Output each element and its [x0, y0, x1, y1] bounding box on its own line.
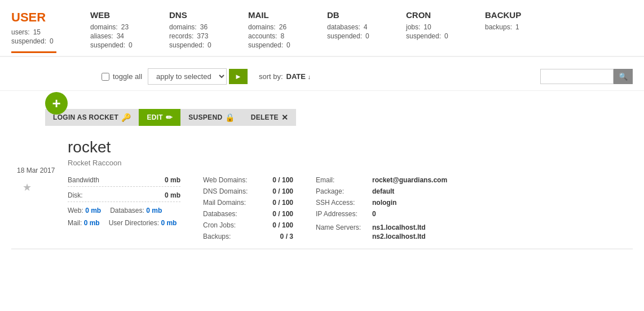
user-detail: rocket Rocket Raccoon Bandwidth 0 mb Dis… — [62, 138, 633, 240]
db-section: DB databases:4 suspended:0 — [327, 10, 383, 41]
apply-select-wrapper: apply to selected suspend unsuspend dele… — [148, 68, 248, 85]
user-date: 18 Mar 2017 — [17, 167, 55, 174]
mail-title: MAIL — [248, 10, 305, 20]
login-label: LOGIN AS ROCKET — [53, 113, 118, 121]
backup-section: BACKUP backups:1 — [485, 10, 541, 32]
users-stat: users: 15 — [11, 28, 68, 36]
users-suspended-stat: suspended: 0 — [11, 37, 68, 45]
pencil-icon: ✏ — [166, 113, 173, 122]
ns1-value: ns1.localhost.ltd — [372, 224, 426, 231]
user-section-title: USER — [11, 10, 68, 25]
table-row: 18 Mar 2017 ★ rocket Rocket Raccoon Band… — [11, 130, 633, 249]
bottom-divider — [11, 249, 633, 249]
dns-title: DNS — [169, 10, 226, 20]
disk-value: 0 mb — [165, 191, 180, 199]
web-title: WEB — [90, 10, 147, 20]
action-bar: LOGIN AS ROCKET 🔑 EDIT ✏ SUSPEND 🔒 DELET… — [45, 109, 633, 126]
user-underline — [11, 51, 56, 53]
backups-label: Backups: — [203, 233, 231, 240]
edit-button[interactable]: EDIT ✏ — [139, 109, 180, 126]
mail-value[interactable]: 0 mb — [84, 219, 100, 227]
user-fullname: Rocket Raccoon — [68, 159, 633, 167]
ip-value: 0 — [372, 210, 376, 218]
sort-label: sort by: — [259, 72, 283, 81]
users-value: 15 — [33, 28, 41, 36]
ns-label: Name Servers: — [316, 224, 367, 231]
search-input[interactable] — [540, 69, 614, 84]
search-wrapper: 🔍 — [540, 69, 633, 84]
dns-domains-ratio: 0 / 100 — [272, 187, 293, 195]
backup-title: BACKUP — [485, 10, 541, 20]
suspend-button[interactable]: SUSPEND 🔒 — [180, 109, 242, 126]
sort-value[interactable]: DATE ↓ — [286, 72, 311, 81]
search-button[interactable]: 🔍 — [614, 69, 633, 84]
edit-label: EDIT — [147, 113, 163, 121]
db-value[interactable]: 0 mb — [146, 207, 162, 214]
toolbar: toggle all apply to selected suspend uns… — [0, 63, 644, 91]
sort-wrapper: sort by: DATE ↓ — [259, 72, 311, 81]
delete-button[interactable]: DELETE ✕ — [243, 109, 296, 126]
cron-jobs-label: Cron Jobs: — [203, 221, 236, 229]
mail-section: MAIL domains:26 accounts:8 suspended:0 — [248, 10, 305, 50]
add-user-button[interactable]: + — [45, 92, 68, 115]
key-icon: 🔑 — [121, 113, 131, 122]
web-domains-ratio: 0 / 100 — [272, 176, 293, 184]
username: rocket — [68, 138, 633, 156]
close-icon: ✕ — [281, 113, 288, 122]
web-section: WEB domains:23 aliases:34 suspended:0 — [90, 10, 147, 50]
toggle-all-wrapper: toggle all — [102, 72, 142, 81]
cron-jobs-ratio: 0 / 100 — [272, 221, 293, 229]
ssh-value: nologin — [372, 199, 396, 207]
email-label: Email: — [316, 176, 367, 184]
package-label: Package: — [316, 187, 367, 195]
users-suspended-label: suspended: — [11, 37, 46, 45]
db-title: DB — [327, 10, 383, 20]
mail-label-sub: Mail: 0 mb — [68, 219, 100, 227]
package-value: default — [372, 187, 394, 195]
bandwidth-label: Bandwidth — [68, 176, 99, 184]
mail-domains-ratio: 0 / 100 — [272, 199, 293, 207]
ssh-label: SSH Access: — [316, 199, 367, 207]
dns-section: DNS domains:36 records:373 suspended:0 — [169, 10, 226, 50]
toggle-all-checkbox[interactable] — [102, 73, 109, 81]
dns-domains-label: DNS Domains: — [203, 187, 248, 195]
suspend-label: SUSPEND — [188, 113, 222, 121]
web-label: Web: 0 mb — [68, 207, 101, 214]
cron-section: CRON jobs:10 suspended:0 — [406, 10, 462, 41]
apply-select[interactable]: apply to selected suspend unsuspend dele… — [148, 68, 227, 85]
userdir-label-sub: User Directories: 0 mb — [109, 219, 177, 227]
email-value: rocket@guardians.com — [372, 176, 447, 184]
ip-label: IP Addresses: — [316, 210, 367, 218]
userdir-value[interactable]: 0 mb — [161, 219, 177, 227]
toggle-all-label: toggle all — [113, 72, 142, 81]
databases-ratio: 0 / 100 — [272, 210, 293, 218]
cron-title: CRON — [406, 10, 462, 20]
backups-ratio: 0 / 3 — [280, 233, 293, 240]
lock-icon: 🔒 — [225, 113, 235, 122]
users-label: users: — [11, 28, 30, 36]
db-label-sub: Databases: 0 mb — [110, 207, 162, 214]
apply-go-button[interactable]: ► — [229, 69, 248, 84]
delete-label: DELETE — [251, 113, 279, 121]
ns2-value: ns2.localhost.ltd — [372, 233, 426, 240]
disk-label: Disk: — [68, 191, 83, 199]
databases-label: Databases: — [203, 210, 237, 218]
users-suspended-value: 0 — [50, 37, 54, 45]
top-stats-bar: USER users: 15 suspended: 0 WEB domains:… — [0, 0, 644, 57]
bandwidth-value: 0 mb — [165, 176, 180, 184]
mail-domains-label: Mail Domains: — [203, 199, 246, 207]
user-section: USER users: 15 suspended: 0 — [11, 10, 68, 46]
web-value[interactable]: 0 mb — [85, 207, 101, 214]
web-domains-label: Web Domains: — [203, 176, 247, 184]
user-list: LOGIN AS ROCKET 🔑 EDIT ✏ SUSPEND 🔒 DELET… — [0, 99, 644, 249]
star-icon[interactable]: ★ — [23, 181, 32, 194]
